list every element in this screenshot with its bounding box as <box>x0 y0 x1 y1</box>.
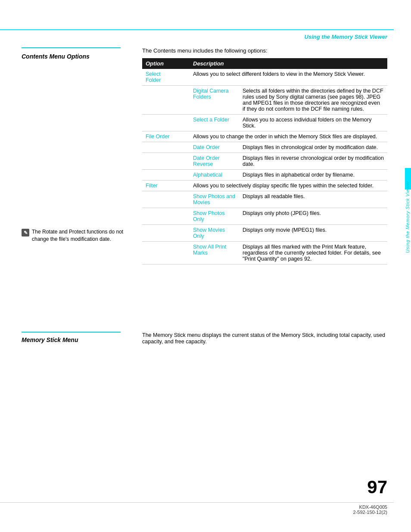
table-row: Show Photos andMovies Displays all reada… <box>142 191 387 208</box>
note-icon: ✎ <box>22 229 29 236</box>
option-select-folder: SelectFolder <box>142 69 190 86</box>
memory-stick-menu-heading: Memory Stick Menu <box>22 336 136 344</box>
table-row: Date Order Displays files in chronologic… <box>142 142 387 153</box>
desc-select-folder-sub: Allows you to access individual folders … <box>239 115 387 131</box>
sub-option-show-print-marks: Show All PrintMarks <box>190 242 239 264</box>
options-table: Option Description SelectFolder Allows y… <box>142 58 387 264</box>
desc-digital-camera: Selects all folders within the directori… <box>239 86 387 115</box>
table-row: Digital CameraFolders Selects all folder… <box>142 86 387 115</box>
left-section: Contents Menu Options <box>22 47 136 63</box>
desc-select-folder: Allows you to select different folders t… <box>190 69 387 86</box>
side-text-label: Using the Memory Stick Viewer <box>405 181 410 253</box>
sub-option-show-photos-only: Show PhotosOnly <box>190 208 239 225</box>
desc-file-order: Allows you to change the order in which … <box>190 131 387 142</box>
memory-left: Memory Stick Menu <box>22 332 136 346</box>
sub-option-show-photos-movies: Show Photos andMovies <box>190 191 239 208</box>
footer-line2: 2-592-150-12(2) <box>353 510 388 515</box>
option-filter: Filter <box>142 180 190 191</box>
contents-menu-heading: Contents Menu Options <box>22 53 136 60</box>
sub-option-alphabetical: Alphabetical <box>190 170 239 180</box>
bottom-decorative-line <box>0 502 394 503</box>
right-section: The Contents menu includes the following… <box>142 47 387 264</box>
sub-option-show-movies-only: Show MoviesOnly <box>190 225 239 242</box>
top-decorative-line <box>0 29 394 30</box>
desc-show-movies-only: Displays only movie (MPEG1) files. <box>239 225 387 242</box>
footer: KDX-46Q005 2-592-150-12(2) <box>353 504 388 515</box>
desc-alphabetical: Displays files in alphabetical order by … <box>239 170 387 180</box>
note-icon-inner: ✎ <box>24 230 28 236</box>
intro-text: The Contents menu includes the following… <box>142 47 387 54</box>
note-area: ✎ The Rotate and Protect functions do no… <box>22 228 131 243</box>
memory-section-line <box>22 332 121 333</box>
table-row: Show All PrintMarks Displays all files m… <box>142 242 387 264</box>
desc-filter: Allows you to selectively display specif… <box>190 180 387 191</box>
col-header-description: Description <box>190 58 387 69</box>
desc-show-photos-only: Displays only photo (JPEG) files. <box>239 208 387 225</box>
section-heading-underline <box>22 47 121 48</box>
header-title: Using the Memory Stick Viewer <box>305 34 387 40</box>
table-row: Show PhotosOnly Displays only photo (JPE… <box>142 208 387 225</box>
desc-date-order: Displays files in chronological order by… <box>239 142 387 153</box>
note-text: The Rotate and Protect functions do not … <box>32 228 131 243</box>
table-row: File Order Allows you to change the orde… <box>142 131 387 142</box>
option-file-order: File Order <box>142 131 190 142</box>
header-area: Using the Memory Stick Viewer <box>305 34 387 40</box>
table-row: Select a Folder Allows you to access ind… <box>142 115 387 131</box>
table-row: Show MoviesOnly Displays only movie (MPE… <box>142 225 387 242</box>
side-text-area: Using the Memory Stick Viewer <box>395 0 411 532</box>
col-header-option: Option <box>142 58 190 69</box>
sub-option-select-folder: Select a Folder <box>190 115 239 131</box>
sub-option-date-order-reverse: Date OrderReverse <box>190 153 239 170</box>
sub-option-date-order: Date Order <box>190 142 239 153</box>
table-header-row: Option Description <box>142 58 387 69</box>
table-row: Filter Allows you to selectively display… <box>142 180 387 191</box>
page-number: 97 <box>367 477 387 498</box>
memory-right: The Memory Stick menu displays the curre… <box>142 332 387 345</box>
desc-show-print-marks: Displays all files marked with the Print… <box>239 242 387 264</box>
table-row: Date OrderReverse Displays files in reve… <box>142 153 387 170</box>
table-row: Alphabetical Displays files in alphabeti… <box>142 170 387 180</box>
table-row: SelectFolder Allows you to select differ… <box>142 69 387 86</box>
desc-show-photos-movies: Displays all readable files. <box>239 191 387 208</box>
sub-option-digital-camera: Digital CameraFolders <box>190 86 239 115</box>
footer-line1: KDX-46Q005 <box>353 504 388 510</box>
desc-date-order-reverse: Displays files in reverse chronological … <box>239 153 387 170</box>
memory-stick-menu-desc: The Memory Stick menu displays the curre… <box>142 332 385 345</box>
